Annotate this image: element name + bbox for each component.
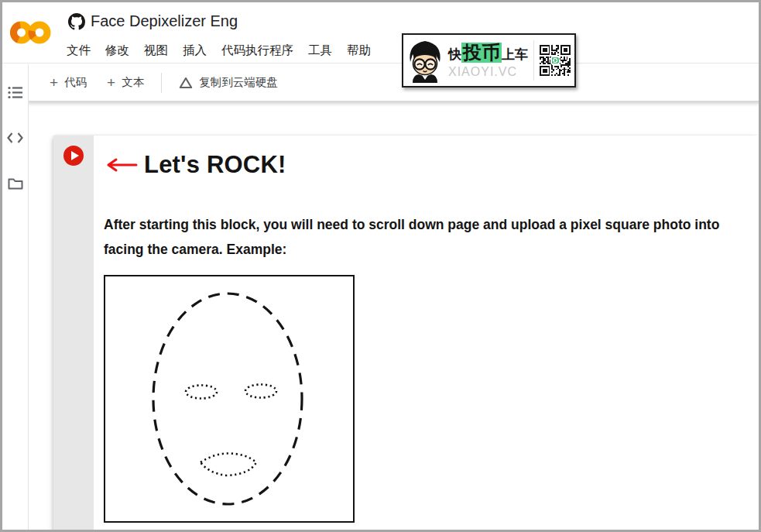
add-code-label: 代码 xyxy=(64,75,87,90)
folder-icon xyxy=(8,177,23,190)
drive-icon xyxy=(179,77,193,89)
banner-divider xyxy=(533,40,534,81)
example-face-image xyxy=(104,275,355,523)
banner-slogan: 快投币上车 xyxy=(448,43,528,63)
menu-view[interactable]: 视图 xyxy=(144,41,168,60)
menubar: 文件 修改 视图 插入 代码执行程序 工具 帮助 xyxy=(67,41,371,60)
notebook-title[interactable]: Face Depixelizer Eng xyxy=(91,12,238,30)
code-snippets-button[interactable] xyxy=(7,130,24,146)
banner-slogan-prefix: 快 xyxy=(448,48,461,63)
cell-toolbar: + 代码 + 文本 复制到云端硬盘 xyxy=(29,64,759,101)
plus-icon: + xyxy=(50,74,58,91)
cell-gutter xyxy=(53,136,94,530)
add-code-button[interactable]: + 代码 xyxy=(50,74,87,91)
banner-slogan-highlight: 投币 xyxy=(461,43,502,63)
menu-file[interactable]: 文件 xyxy=(67,41,91,60)
github-icon xyxy=(68,13,85,30)
face-mouth xyxy=(201,454,256,476)
copy-to-drive-button[interactable]: 复制到云端硬盘 xyxy=(179,75,278,90)
toc-icon xyxy=(8,86,23,99)
colab-logo-icon xyxy=(9,16,52,49)
files-button[interactable] xyxy=(7,176,24,191)
banner-text: 快投币上车 XIAOYI.VC xyxy=(448,43,528,79)
heading-text: Let's ROCK! xyxy=(144,151,286,179)
toolbar-divider xyxy=(161,73,162,93)
run-cell-button[interactable] xyxy=(63,146,84,166)
menu-help[interactable]: 帮助 xyxy=(347,41,371,60)
code-icon xyxy=(7,132,23,143)
cell-heading: Let's ROCK! xyxy=(104,150,759,180)
face-right-eye xyxy=(245,385,276,398)
banner-site-url: XIAOYI.VC xyxy=(448,65,528,79)
paragraph-line-1: After starting this block, you will need… xyxy=(104,212,759,237)
markdown-cell: Let's ROCK! After starting this block, y… xyxy=(53,136,759,530)
face-left-eye xyxy=(186,386,217,399)
menu-insert[interactable]: 插入 xyxy=(183,41,207,60)
menu-runtime[interactable]: 代码执行程序 xyxy=(221,41,293,60)
add-text-button[interactable]: + 文本 xyxy=(107,74,144,91)
banner-slogan-suffix: 上车 xyxy=(502,48,528,63)
promo-banner[interactable]: 快投币上车 XIAOYI.VC xyxy=(402,33,576,88)
notebook-area: Let's ROCK! After starting this block, y… xyxy=(29,101,759,530)
qr-code xyxy=(540,38,571,83)
copy-to-drive-label: 复制到云端硬盘 xyxy=(199,75,278,90)
paragraph-line-2: facing the camera. Example: xyxy=(104,237,759,262)
plus-icon: + xyxy=(107,74,115,91)
avatar xyxy=(407,38,443,83)
menu-edit[interactable]: 修改 xyxy=(105,41,129,60)
cell-content: Let's ROCK! After starting this block, y… xyxy=(94,136,759,530)
table-of-contents-button[interactable] xyxy=(7,84,24,100)
left-sidebar xyxy=(2,64,29,530)
left-arrow-icon xyxy=(104,156,138,173)
colab-window: Face Depixelizer Eng 文件 修改 视图 插入 代码执行程序 … xyxy=(0,0,761,532)
cell-paragraph: After starting this block, you will need… xyxy=(104,212,759,262)
menu-tools[interactable]: 工具 xyxy=(308,41,332,60)
add-text-label: 文本 xyxy=(122,75,144,90)
colab-logo[interactable] xyxy=(9,16,52,49)
app-header: Face Depixelizer Eng 文件 修改 视图 插入 代码执行程序 … xyxy=(2,2,759,63)
notebook-title-row: Face Depixelizer Eng xyxy=(68,12,238,30)
